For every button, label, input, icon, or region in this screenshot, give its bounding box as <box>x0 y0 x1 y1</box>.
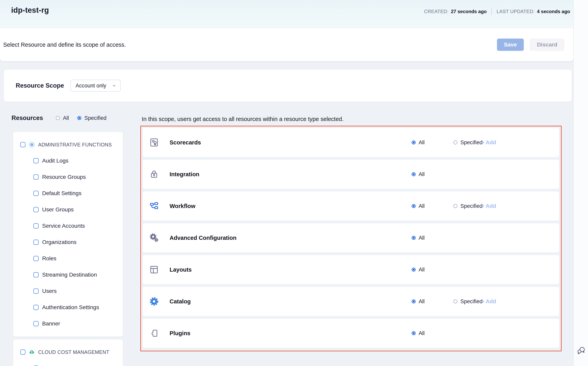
resource-type-row: LayoutsAll <box>143 255 559 284</box>
resource-type-row: CatalogAllSpecified+ Add <box>143 287 559 316</box>
resource-type-label: Catalog <box>170 298 191 305</box>
svg-text:$: $ <box>31 351 32 353</box>
advanced-config-gears-icon <box>149 233 159 243</box>
resource-scope-label: Resource Scope <box>16 82 64 89</box>
updated-value: 4 seconds ago <box>537 9 570 14</box>
radio-option-specified[interactable]: Specified <box>453 203 482 209</box>
radio-option-all[interactable]: All <box>412 171 425 177</box>
updated-label: LAST UPDATED: <box>496 9 534 14</box>
plugins-puzzle-icon <box>149 328 159 338</box>
radio-specified-icon[interactable] <box>453 299 457 303</box>
tree-item: Roles <box>13 250 123 267</box>
tree-item: Banner <box>13 316 123 332</box>
item-checkbox[interactable] <box>33 191 39 196</box>
discard-button[interactable]: Discard <box>530 38 565 51</box>
toolbar-actions: Save Discard <box>497 38 565 51</box>
item-checkbox[interactable] <box>33 158 39 163</box>
radio-all-icon[interactable] <box>56 116 60 120</box>
radio-option-specified-label: Specified <box>460 139 482 146</box>
tree-item-label: Resource Groups <box>42 174 86 180</box>
meta-info: CREATED: 27 seconds ago LAST UPDATED: 4 … <box>424 8 570 15</box>
tree-item: Streaming Destination <box>13 267 123 283</box>
add-link[interactable]: + Add <box>481 139 496 146</box>
item-checkbox[interactable] <box>33 207 39 212</box>
scope-note: In this scope, users get access to all r… <box>142 116 344 122</box>
radio-option-all-label: All <box>419 171 425 177</box>
tree-item-label: Authentication Settings <box>42 304 99 311</box>
radio-option-specified-label: Specified <box>460 203 482 209</box>
item-checkbox[interactable] <box>33 223 39 229</box>
radio-option-all[interactable]: All <box>412 139 425 146</box>
item-checkbox[interactable] <box>33 256 39 261</box>
radio-all-label: All <box>63 115 69 121</box>
admin-functions-icon <box>29 141 35 148</box>
resource-type-row: PluginsAll <box>143 319 559 348</box>
resources-radio-specified[interactable]: Specified <box>77 115 107 121</box>
radio-option-all-label: All <box>419 330 425 336</box>
resource-type-row: ScorecardsAllSpecified+ Add <box>143 128 559 157</box>
created-label: CREATED: <box>424 9 449 14</box>
radio-all-icon[interactable] <box>412 331 416 335</box>
radio-all-icon[interactable] <box>412 268 416 272</box>
radio-option-specified[interactable]: Specified <box>453 139 482 146</box>
resources-header: Resources All Specified <box>12 114 115 122</box>
resource-scope-value: Account only <box>76 83 106 89</box>
scorecards-icon <box>149 138 159 147</box>
radio-all-icon[interactable] <box>412 236 416 240</box>
resources-tree: ADMINISTRATIVE FUNCTIONSAudit LogsResour… <box>13 132 123 366</box>
radio-option-all-label: All <box>419 235 425 241</box>
group-label: CLOUD COST MANAGEMENT <box>38 349 109 355</box>
radio-option-all[interactable]: All <box>412 203 425 209</box>
add-link[interactable]: + Add <box>481 298 496 305</box>
catalog-gear-icon <box>149 297 159 306</box>
radio-option-specified[interactable]: Specified <box>453 298 482 305</box>
radio-all-icon[interactable] <box>412 299 416 303</box>
resource-types-container: ScorecardsAllSpecified+ Add IntegrationA… <box>140 126 562 351</box>
tree-item: Organizations <box>13 234 123 250</box>
radio-option-all-label: All <box>419 267 425 273</box>
radio-specified-icon[interactable] <box>77 116 81 120</box>
tree-item: Recommendations <box>13 360 123 366</box>
resource-scope-dropdown[interactable]: Account only <box>70 80 121 92</box>
radio-all-icon[interactable] <box>412 140 416 145</box>
radio-option-all[interactable]: All <box>412 330 425 336</box>
tree-item-label: Audit Logs <box>42 158 68 164</box>
chat-bubbles-icon[interactable] <box>576 346 586 355</box>
resource-group-header: ADMINISTRATIVE FUNCTIONS <box>13 137 123 152</box>
resources-radio-all[interactable]: All <box>56 115 69 121</box>
item-checkbox[interactable] <box>33 240 39 245</box>
radio-option-all-label: All <box>419 298 425 305</box>
page-title: idp-test-rg <box>11 6 49 15</box>
radio-option-all[interactable]: All <box>412 267 425 273</box>
radio-specified-icon[interactable] <box>453 204 457 208</box>
group-checkbox[interactable] <box>20 142 25 147</box>
tree-item: Authentication Settings <box>13 299 123 316</box>
add-link[interactable]: + Add <box>481 203 496 209</box>
item-checkbox[interactable] <box>33 272 39 277</box>
save-button[interactable]: Save <box>497 38 524 51</box>
radio-all-icon[interactable] <box>412 172 416 176</box>
resource-type-label: Workflow <box>170 203 195 209</box>
workflow-icon <box>149 201 159 211</box>
radio-specified-icon[interactable] <box>453 140 457 145</box>
action-toolbar: Select Resource and define its scope of … <box>0 28 573 61</box>
item-checkbox[interactable] <box>33 305 39 310</box>
resource-type-label: Layouts <box>170 267 192 273</box>
radio-option-all[interactable]: All <box>412 235 425 241</box>
resource-type-label: Scorecards <box>170 139 201 146</box>
page-header: idp-test-rg CREATED: 27 seconds ago LAST… <box>0 0 573 28</box>
integration-lock-icon <box>149 169 159 179</box>
tree-item: Audit Logs <box>13 152 123 169</box>
item-checkbox[interactable] <box>33 175 39 180</box>
item-checkbox[interactable] <box>33 289 39 294</box>
resource-scope-card: Resource Scope Account only <box>4 69 572 102</box>
tree-item: Resource Groups <box>13 169 123 185</box>
group-checkbox[interactable] <box>20 350 25 355</box>
radio-option-all[interactable]: All <box>412 298 425 305</box>
tree-item-label: Streaming Destination <box>42 272 97 278</box>
chevron-down-icon <box>112 84 116 88</box>
resource-group-card: $CLOUD COST MANAGEMENTRecommendations <box>13 339 123 366</box>
radio-all-icon[interactable] <box>412 204 416 208</box>
resource-type-label: Integration <box>170 171 199 178</box>
item-checkbox[interactable] <box>33 321 39 326</box>
